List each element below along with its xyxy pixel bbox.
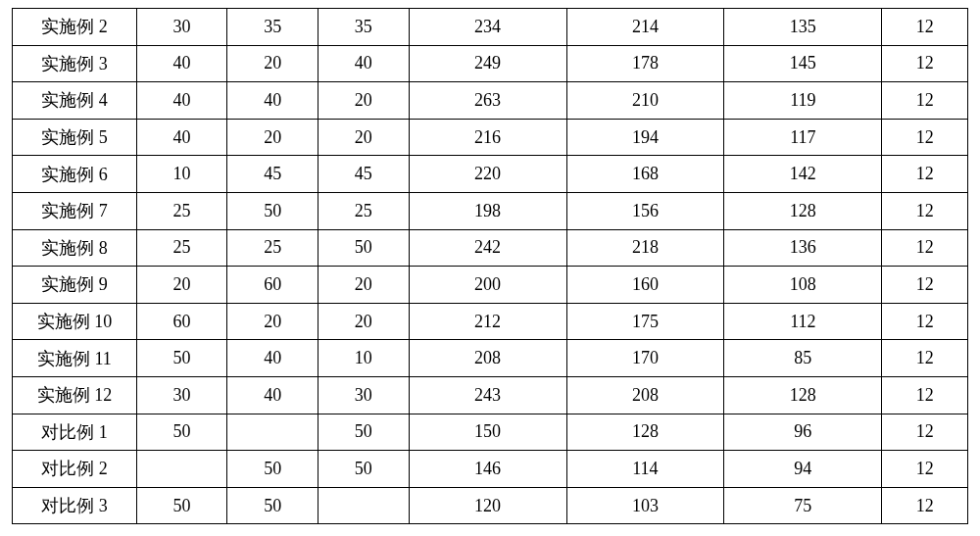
cell: 170 (566, 340, 724, 377)
row-label: 对比例 1 (13, 414, 137, 451)
cell: 20 (318, 119, 410, 156)
table-row: 对比例 1 50 50 150 128 96 12 (13, 414, 968, 451)
cell: 40 (227, 340, 318, 377)
cell: 142 (724, 156, 882, 193)
row-label: 实施例 3 (13, 45, 137, 82)
cell: 136 (724, 229, 882, 267)
cell: 12 (882, 192, 968, 229)
cell: 50 (318, 451, 410, 488)
cell: 160 (566, 267, 724, 304)
cell: 50 (227, 451, 318, 488)
table-row: 实施例 7 25 50 25 198 156 128 12 (13, 192, 968, 229)
cell: 40 (227, 376, 318, 414)
table-row: 对比例 3 50 50 120 103 75 12 (13, 487, 968, 524)
cell: 20 (318, 267, 410, 304)
cell: 200 (409, 267, 566, 304)
row-label: 实施例 2 (13, 9, 137, 46)
cell: 60 (227, 267, 318, 304)
cell: 30 (136, 376, 227, 414)
cell (318, 487, 410, 524)
cell: 20 (227, 45, 318, 82)
cell: 194 (566, 119, 724, 156)
cell: 12 (882, 156, 968, 193)
cell: 25 (227, 229, 318, 267)
data-table: 实施例 2 30 35 35 234 214 135 12 实施例 3 40 2… (12, 8, 968, 524)
cell: 12 (882, 267, 968, 304)
cell: 249 (409, 45, 566, 82)
cell: 20 (318, 303, 410, 340)
cell: 35 (318, 9, 410, 46)
table-body: 实施例 2 30 35 35 234 214 135 12 实施例 3 40 2… (13, 9, 968, 524)
cell: 20 (318, 82, 410, 120)
cell: 214 (566, 9, 724, 46)
cell: 263 (409, 82, 566, 120)
cell: 40 (136, 82, 227, 120)
row-label: 实施例 5 (13, 119, 137, 156)
cell: 50 (227, 192, 318, 229)
cell: 117 (724, 119, 882, 156)
row-label: 实施例 12 (13, 376, 137, 414)
cell: 50 (136, 487, 227, 524)
cell: 85 (724, 340, 882, 377)
cell: 234 (409, 9, 566, 46)
row-label: 实施例 6 (13, 156, 137, 193)
cell: 12 (882, 119, 968, 156)
cell: 20 (136, 267, 227, 304)
cell: 128 (724, 192, 882, 229)
cell: 12 (882, 82, 968, 120)
cell: 112 (724, 303, 882, 340)
cell: 40 (136, 45, 227, 82)
cell: 120 (409, 487, 566, 524)
table-row: 实施例 6 10 45 45 220 168 142 12 (13, 156, 968, 193)
row-label: 对比例 3 (13, 487, 137, 524)
cell: 50 (318, 414, 410, 451)
cell: 35 (227, 9, 318, 46)
row-label: 实施例 4 (13, 82, 137, 120)
cell: 12 (882, 340, 968, 377)
cell: 146 (409, 451, 566, 488)
table-row: 实施例 10 60 20 20 212 175 112 12 (13, 303, 968, 340)
table-row: 实施例 9 20 60 20 200 160 108 12 (13, 267, 968, 304)
cell: 220 (409, 156, 566, 193)
cell: 50 (136, 340, 227, 377)
cell: 40 (227, 82, 318, 120)
cell: 10 (318, 340, 410, 377)
cell: 12 (882, 487, 968, 524)
cell: 50 (227, 487, 318, 524)
cell: 208 (566, 376, 724, 414)
cell: 96 (724, 414, 882, 451)
cell: 45 (227, 156, 318, 193)
cell: 94 (724, 451, 882, 488)
cell: 198 (409, 192, 566, 229)
cell: 114 (566, 451, 724, 488)
table-row: 实施例 4 40 40 20 263 210 119 12 (13, 82, 968, 120)
cell: 50 (136, 414, 227, 451)
cell: 50 (318, 229, 410, 267)
cell: 103 (566, 487, 724, 524)
cell: 128 (566, 414, 724, 451)
cell: 145 (724, 45, 882, 82)
cell: 150 (409, 414, 566, 451)
cell: 175 (566, 303, 724, 340)
table-row: 实施例 12 30 40 30 243 208 128 12 (13, 376, 968, 414)
cell: 178 (566, 45, 724, 82)
cell: 12 (882, 229, 968, 267)
cell: 25 (136, 192, 227, 229)
cell: 12 (882, 376, 968, 414)
cell: 40 (136, 119, 227, 156)
table-row: 对比例 2 50 50 146 114 94 12 (13, 451, 968, 488)
cell: 10 (136, 156, 227, 193)
cell: 156 (566, 192, 724, 229)
table-row: 实施例 3 40 20 40 249 178 145 12 (13, 45, 968, 82)
table-row: 实施例 5 40 20 20 216 194 117 12 (13, 119, 968, 156)
row-label: 实施例 8 (13, 229, 137, 267)
cell: 218 (566, 229, 724, 267)
cell: 216 (409, 119, 566, 156)
table-row: 实施例 8 25 25 50 242 218 136 12 (13, 229, 968, 267)
cell: 20 (227, 303, 318, 340)
table-row: 实施例 2 30 35 35 234 214 135 12 (13, 9, 968, 46)
cell (136, 451, 227, 488)
cell: 119 (724, 82, 882, 120)
cell: 108 (724, 267, 882, 304)
cell: 30 (318, 376, 410, 414)
